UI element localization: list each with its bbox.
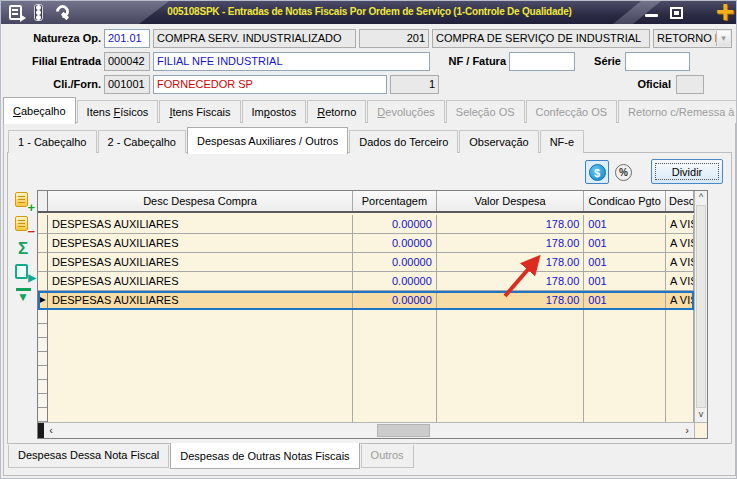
oficial-field (676, 75, 704, 94)
focus-rect (655, 163, 719, 180)
tab-outros: Outros (361, 445, 414, 468)
copy-row-icon[interactable]: ▶ (13, 263, 33, 283)
dividir-button[interactable]: Dividir (651, 159, 723, 184)
grid-row-0: DESPESAS AUXILIARES0.00000178.00001A VIS… (38, 215, 694, 234)
grid-cell-0-3[interactable]: 001 (584, 215, 666, 234)
tab-nf-e[interactable]: NF-e (540, 130, 584, 153)
scroll-left-icon[interactable]: ‹ (44, 423, 58, 438)
natureza-op-code-field[interactable]: 201.01 (104, 29, 150, 48)
grid-cell-1-0[interactable]: DESPESAS AUXILIARES (48, 234, 353, 253)
maximize-icon[interactable] (670, 7, 683, 19)
tab-dados-do-terceiro[interactable]: Dados do Terceiro (349, 130, 458, 153)
tab-itens-f-sicos[interactable]: Itens Físicos (77, 100, 159, 123)
tes-code-field: 201 (359, 29, 429, 48)
minimize-icon[interactable] (645, 14, 658, 17)
cli-forn-loja-field: 1 (390, 75, 439, 94)
grid-cell-1-4[interactable]: A VIST (666, 234, 694, 253)
natureza-op-label: Natureza Op. (9, 29, 101, 48)
grid-row-1: DESPESAS AUXILIARES0.00000178.00001A VIS… (38, 234, 694, 253)
tab-despesas-dessa-nota-fiscal[interactable]: Despesas Dessa Nota Fiscal (8, 445, 169, 468)
grid-col-header-1: Porcentagem (353, 191, 437, 211)
row-marker[interactable] (38, 234, 48, 253)
sum-icon[interactable]: Σ (13, 239, 33, 259)
scrollbar-corner (694, 422, 707, 438)
cli-forn-desc-field[interactable]: FORNECEDOR SP (153, 75, 387, 94)
tes-desc-field: COMPRA DE SERVIÇO DE INDUSTRIAL (432, 29, 650, 48)
despesas-grid: Desc Despesa CompraPorcentagemValor Desp… (37, 190, 708, 439)
row-marker[interactable] (38, 253, 48, 272)
grid-cell-1-3[interactable]: 001 (584, 234, 666, 253)
grid-cell-3-0[interactable]: DESPESAS AUXILIARES (48, 272, 353, 291)
grid-row-3: DESPESAS AUXILIARES0.00000178.00001A VIS… (38, 272, 694, 291)
nf-fatura-field[interactable] (509, 52, 575, 71)
scroll-up-icon[interactable]: ^ (695, 191, 707, 205)
grid-cell-1-2[interactable]: 178.00 (437, 234, 585, 253)
tab-itens-fiscais[interactable]: Itens Fiscais (159, 100, 240, 123)
filial-entrada-label: Filial Entrada (9, 52, 101, 71)
oficial-label: Oficial (629, 75, 671, 94)
grid-cell-0-4[interactable]: A VIST (666, 215, 694, 234)
chevron-down-icon: ▾ (716, 31, 730, 46)
filial-code-field: 000042 (104, 52, 150, 71)
tab-despesas-de-outras-notas-fiscais[interactable]: Despesas de Outras Notas Fiscais (170, 443, 359, 469)
grid-cell-2-0[interactable]: DESPESAS AUXILIARES (48, 253, 353, 272)
grid-col-header-0: Desc Despesa Compra (48, 191, 353, 211)
row-marker[interactable] (38, 272, 48, 291)
bottom-tab-strip: Despesas Dessa Nota FiscalDespesas de Ou… (8, 445, 415, 469)
grid-cell-4-1[interactable]: 0.00000 (353, 291, 437, 310)
grid-cell-2-3[interactable]: 001 (584, 253, 666, 272)
serie-field[interactable] (625, 52, 690, 71)
grid-cell-2-2[interactable]: 178.00 (437, 253, 585, 272)
grid-cell-2-1[interactable]: 0.00000 (353, 253, 437, 272)
grid-side-toolbar: + − Σ ▶ ▼ (13, 191, 35, 311)
row-marker[interactable]: ▶ (38, 291, 48, 310)
grid-cell-4-4[interactable]: A VIST (666, 291, 694, 310)
tab-impostos[interactable]: Impostos (242, 100, 307, 123)
filial-desc-field[interactable]: FILIAL NFE INDUSTRIAL (153, 52, 430, 71)
nf-fatura-label: NF / Fatura (421, 52, 506, 71)
grid-body: DESPESAS AUXILIARES0.00000178.00001A VIS… (38, 215, 694, 422)
percent-toggle-icon[interactable]: % (615, 164, 632, 181)
go-last-row-icon[interactable]: ▼ (13, 287, 33, 307)
grid-header: Desc Despesa CompraPorcentagemValor Desp… (38, 191, 694, 213)
tipo-operacao-combo: RETORNO DE MERCAD▾ (653, 29, 732, 48)
grid-empty-area (38, 310, 694, 422)
tab-2-cabe-alho[interactable]: 2 - Cabeçalho (98, 130, 187, 153)
grid-cell-4-2[interactable]: 178.00 (437, 291, 585, 310)
horizontal-scroll-thumb[interactable] (377, 424, 430, 437)
tab-1-cabe-alho[interactable]: 1 - Cabeçalho (8, 130, 97, 153)
tab-retorno[interactable]: Retorno (307, 100, 366, 123)
cli-forn-code-field: 001001 (104, 75, 150, 94)
grid-row-2: DESPESAS AUXILIARES0.00000178.00001A VIS… (38, 253, 694, 272)
natureza-op-desc-field: COMPRA SERV. INDUSTRIALIZADO (153, 29, 356, 48)
grid-cell-3-1[interactable]: 0.00000 (353, 272, 437, 291)
row-marker[interactable] (38, 215, 48, 234)
tab-observa-o[interactable]: Observação (459, 130, 538, 153)
serie-label: Série (579, 52, 621, 71)
grid-cell-0-2[interactable]: 178.00 (437, 215, 585, 234)
app-window: 005108SPK - Entradas de Notas Fiscais Po… (0, 0, 737, 479)
grid-cell-3-3[interactable]: 001 (584, 272, 666, 291)
scroll-right-icon[interactable]: › (680, 423, 694, 438)
grid-cell-0-1[interactable]: 0.00000 (353, 215, 437, 234)
grid-cell-4-3[interactable]: 001 (584, 291, 666, 310)
close-plus-icon[interactable]: + (712, 0, 737, 27)
vertical-scrollbar[interactable]: ^ v (694, 191, 707, 422)
delete-row-icon[interactable]: − (13, 215, 33, 235)
scroll-down-icon[interactable]: v (695, 408, 707, 422)
add-row-icon[interactable]: + (13, 191, 33, 211)
grid-cell-3-4[interactable]: A VIST (666, 272, 694, 291)
grid-cell-1-1[interactable]: 0.00000 (353, 234, 437, 253)
tab-cabe-alho[interactable]: Cabeçalho (3, 97, 76, 124)
vertical-scroll-thumb[interactable] (696, 205, 706, 408)
grid-cell-2-4[interactable]: A VIST (666, 253, 694, 272)
tab-despesas-auxiliares-outros[interactable]: Despesas Auxiliares / Outros (187, 127, 348, 154)
grid-col-header-2: Valor Despesa (437, 191, 585, 211)
money-toggle-button[interactable]: $ (585, 160, 609, 184)
grid-cell-3-2[interactable]: 178.00 (437, 272, 585, 291)
grid-cell-0-0[interactable]: DESPESAS AUXILIARES (48, 215, 353, 234)
grid-cell-4-0[interactable]: DESPESAS AUXILIARES (48, 291, 353, 310)
horizontal-scrollbar[interactable]: ‹ › (38, 422, 694, 438)
tab-retorno-c-remessa-ordem: Retorno c/Remessa à Ordem (618, 100, 737, 123)
dollar-icon: $ (589, 164, 606, 181)
